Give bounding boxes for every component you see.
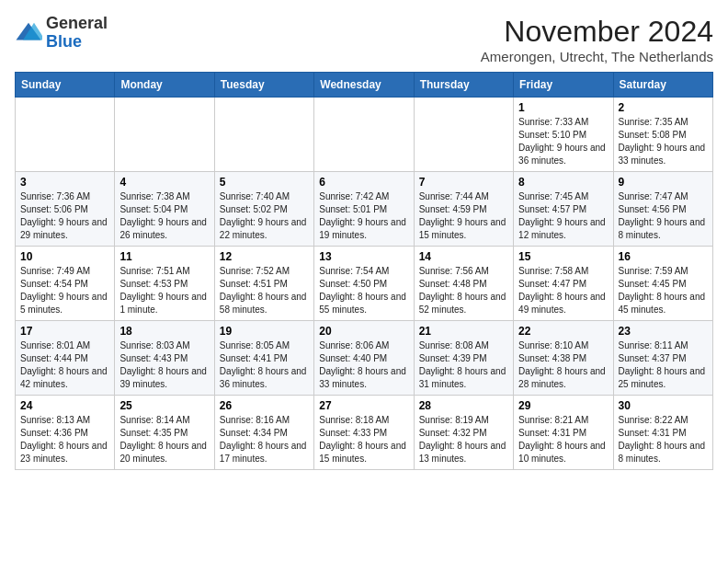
day-info: Sunrise: 7:59 AMSunset: 4:45 PMDaylight:…: [619, 265, 708, 316]
day-number: 29: [518, 399, 608, 412]
day-info: Sunrise: 7:35 AMSunset: 5:08 PMDaylight:…: [619, 116, 708, 167]
day-info: Sunrise: 8:22 AMSunset: 4:31 PMDaylight:…: [619, 414, 708, 465]
calendar-cell: 14Sunrise: 7:56 AMSunset: 4:48 PMDayligh…: [414, 247, 513, 321]
day-number: 16: [619, 250, 708, 263]
calendar-cell: 2Sunrise: 7:35 AMSunset: 5:08 PMDaylight…: [613, 98, 712, 172]
calendar-cell: 8Sunrise: 7:45 AMSunset: 4:57 PMDaylight…: [514, 172, 613, 247]
day-number: 5: [220, 176, 309, 189]
day-number: 30: [619, 399, 708, 412]
day-info: Sunrise: 7:45 AMSunset: 4:57 PMDaylight:…: [518, 190, 608, 242]
day-number: 2: [619, 101, 708, 114]
calendar-cell: 25Sunrise: 8:14 AMSunset: 4:35 PMDayligh…: [115, 396, 214, 470]
day-info: Sunrise: 7:47 AMSunset: 4:56 PMDaylight:…: [619, 190, 708, 242]
calendar-cell: 23Sunrise: 8:11 AMSunset: 4:37 PMDayligh…: [613, 321, 712, 396]
header-wednesday: Wednesday: [314, 73, 414, 98]
logo-blue: Blue: [46, 32, 82, 51]
calendar-cell: [214, 98, 313, 172]
day-number: 10: [20, 250, 109, 263]
calendar-cell: 5Sunrise: 7:40 AMSunset: 5:02 PMDaylight…: [214, 172, 313, 247]
calendar-cell: 27Sunrise: 8:18 AMSunset: 4:33 PMDayligh…: [314, 396, 414, 470]
calendar-cell: 15Sunrise: 7:58 AMSunset: 4:47 PMDayligh…: [514, 247, 613, 321]
day-number: 4: [119, 176, 209, 189]
calendar-cell: 7Sunrise: 7:44 AMSunset: 4:59 PMDaylight…: [414, 172, 513, 247]
day-info: Sunrise: 7:49 AMSunset: 4:54 PMDaylight:…: [20, 265, 109, 316]
week-row-1: 1Sunrise: 7:33 AMSunset: 5:10 PMDaylight…: [16, 98, 713, 172]
logo-icon: [15, 19, 42, 47]
header-row: SundayMondayTuesdayWednesdayThursdayFrid…: [16, 73, 713, 98]
day-number: 19: [220, 325, 309, 338]
calendar-cell: 28Sunrise: 8:19 AMSunset: 4:32 PMDayligh…: [414, 396, 513, 470]
day-number: 21: [419, 325, 508, 338]
calendar-table: SundayMondayTuesdayWednesdayThursdayFrid…: [15, 72, 713, 470]
day-info: Sunrise: 7:54 AMSunset: 4:50 PMDaylight:…: [319, 265, 408, 316]
calendar-cell: 26Sunrise: 8:16 AMSunset: 4:34 PMDayligh…: [214, 396, 313, 470]
month-title: November 2024: [481, 15, 713, 49]
calendar-cell: 10Sunrise: 7:49 AMSunset: 4:54 PMDayligh…: [16, 247, 115, 321]
day-number: 24: [20, 399, 109, 412]
day-info: Sunrise: 7:56 AMSunset: 4:48 PMDaylight:…: [419, 265, 508, 316]
header-tuesday: Tuesday: [214, 73, 313, 98]
calendar-cell: 24Sunrise: 8:13 AMSunset: 4:36 PMDayligh…: [16, 396, 115, 470]
week-row-2: 3Sunrise: 7:36 AMSunset: 5:06 PMDaylight…: [16, 172, 713, 247]
header-thursday: Thursday: [414, 73, 513, 98]
day-info: Sunrise: 7:33 AMSunset: 5:10 PMDaylight:…: [518, 116, 608, 167]
day-info: Sunrise: 8:03 AMSunset: 4:43 PMDaylight:…: [119, 339, 209, 391]
day-info: Sunrise: 7:36 AMSunset: 5:06 PMDaylight:…: [20, 190, 109, 242]
day-number: 3: [20, 176, 109, 189]
day-number: 23: [619, 325, 708, 338]
day-info: Sunrise: 8:18 AMSunset: 4:33 PMDaylight:…: [319, 414, 408, 465]
calendar-cell: 20Sunrise: 8:06 AMSunset: 4:40 PMDayligh…: [314, 321, 414, 396]
header-sunday: Sunday: [16, 73, 115, 98]
calendar-cell: 9Sunrise: 7:47 AMSunset: 4:56 PMDaylight…: [613, 172, 712, 247]
calendar-cell: 13Sunrise: 7:54 AMSunset: 4:50 PMDayligh…: [314, 247, 414, 321]
day-info: Sunrise: 7:58 AMSunset: 4:47 PMDaylight:…: [518, 265, 608, 316]
header-monday: Monday: [115, 73, 214, 98]
day-info: Sunrise: 8:16 AMSunset: 4:34 PMDaylight:…: [220, 414, 309, 465]
day-number: 1: [518, 101, 608, 114]
day-number: 13: [319, 250, 408, 263]
day-info: Sunrise: 7:40 AMSunset: 5:02 PMDaylight:…: [220, 190, 309, 242]
day-info: Sunrise: 8:10 AMSunset: 4:38 PMDaylight:…: [518, 339, 608, 391]
calendar-cell: 11Sunrise: 7:51 AMSunset: 4:53 PMDayligh…: [115, 247, 214, 321]
day-info: Sunrise: 7:38 AMSunset: 5:04 PMDaylight:…: [119, 190, 209, 242]
day-number: 25: [119, 399, 209, 412]
day-number: 15: [518, 250, 608, 263]
day-info: Sunrise: 7:51 AMSunset: 4:53 PMDaylight:…: [119, 265, 209, 316]
calendar-header: SundayMondayTuesdayWednesdayThursdayFrid…: [16, 73, 713, 98]
day-number: 20: [319, 325, 408, 338]
day-info: Sunrise: 8:01 AMSunset: 4:44 PMDaylight:…: [20, 339, 109, 391]
calendar-cell: 12Sunrise: 7:52 AMSunset: 4:51 PMDayligh…: [214, 247, 313, 321]
week-row-5: 24Sunrise: 8:13 AMSunset: 4:36 PMDayligh…: [16, 396, 713, 470]
day-info: Sunrise: 7:44 AMSunset: 4:59 PMDaylight:…: [419, 190, 508, 242]
calendar-cell: 4Sunrise: 7:38 AMSunset: 5:04 PMDaylight…: [115, 172, 214, 247]
calendar-cell: 17Sunrise: 8:01 AMSunset: 4:44 PMDayligh…: [16, 321, 115, 396]
calendar-cell: 19Sunrise: 8:05 AMSunset: 4:41 PMDayligh…: [214, 321, 313, 396]
calendar-cell: 18Sunrise: 8:03 AMSunset: 4:43 PMDayligh…: [115, 321, 214, 396]
day-info: Sunrise: 8:13 AMSunset: 4:36 PMDaylight:…: [20, 414, 109, 465]
day-number: 22: [518, 325, 608, 338]
day-info: Sunrise: 8:06 AMSunset: 4:40 PMDaylight:…: [319, 339, 408, 391]
day-info: Sunrise: 8:05 AMSunset: 4:41 PMDaylight:…: [220, 339, 309, 391]
day-number: 8: [518, 176, 608, 189]
day-info: Sunrise: 8:11 AMSunset: 4:37 PMDaylight:…: [619, 339, 708, 391]
day-number: 7: [419, 176, 508, 189]
day-number: 6: [319, 176, 408, 189]
calendar-cell: [314, 98, 414, 172]
header-saturday: Saturday: [613, 73, 712, 98]
day-info: Sunrise: 8:21 AMSunset: 4:31 PMDaylight:…: [518, 414, 608, 465]
day-info: Sunrise: 7:52 AMSunset: 4:51 PMDaylight:…: [220, 265, 309, 316]
day-number: 12: [220, 250, 309, 263]
calendar-cell: 21Sunrise: 8:08 AMSunset: 4:39 PMDayligh…: [414, 321, 513, 396]
day-number: 11: [119, 250, 209, 263]
calendar-cell: 29Sunrise: 8:21 AMSunset: 4:31 PMDayligh…: [514, 396, 613, 470]
calendar-cell: 6Sunrise: 7:42 AMSunset: 5:01 PMDaylight…: [314, 172, 414, 247]
logo: General Blue: [15, 15, 108, 52]
day-number: 26: [220, 399, 309, 412]
calendar-cell: [16, 98, 115, 172]
week-row-3: 10Sunrise: 7:49 AMSunset: 4:54 PMDayligh…: [16, 247, 713, 321]
logo-text: General Blue: [46, 15, 108, 52]
week-row-4: 17Sunrise: 8:01 AMSunset: 4:44 PMDayligh…: [16, 321, 713, 396]
header: General Blue November 2024 Amerongen, Ut…: [15, 15, 713, 64]
subtitle: Amerongen, Utrecht, The Netherlands: [481, 49, 713, 64]
calendar-cell: 22Sunrise: 8:10 AMSunset: 4:38 PMDayligh…: [514, 321, 613, 396]
